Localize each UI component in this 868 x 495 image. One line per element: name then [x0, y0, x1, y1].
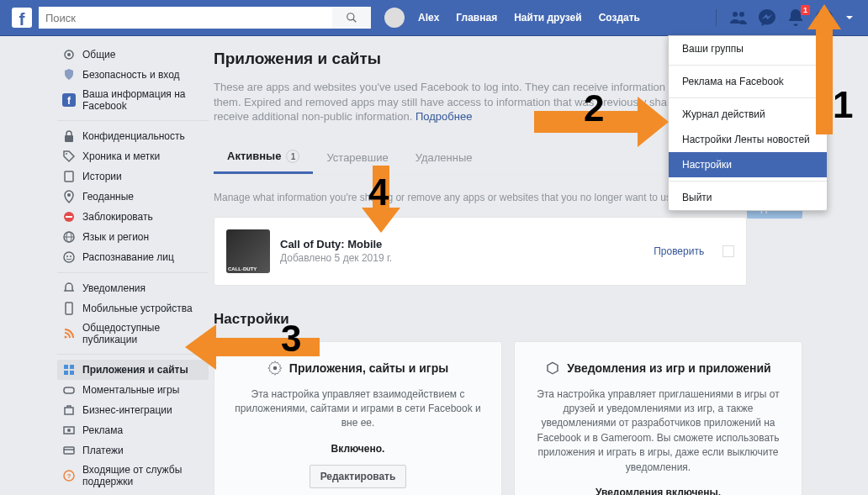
sidebar-item-label: Заблокировать [82, 211, 153, 223]
gear-icon [62, 48, 76, 61]
svg-rect-25 [70, 371, 74, 375]
top-header: f Alex Главная Найти друзей Создать 1 ? [0, 0, 868, 36]
search-button[interactable] [332, 7, 371, 29]
sidebar-item-game[interactable]: Моментальные игры [57, 380, 209, 400]
learn-more-link[interactable]: Подробнее [415, 110, 472, 123]
sidebar-item-fb[interactable]: fВаша информация на Facebook [57, 85, 209, 115]
sidebar-item-help[interactable]: ?Входящие от службы поддержки [57, 461, 209, 491]
svg-point-29 [67, 429, 71, 432]
sidebar-item-label: Безопасность и вход [82, 69, 180, 81]
search-icon [346, 12, 357, 24]
sidebar-item-block[interactable]: Заблокировать [57, 207, 209, 227]
help-icon: ? [62, 469, 76, 482]
facebook-logo-icon[interactable]: f [12, 8, 32, 28]
bell-icon [62, 282, 76, 295]
svg-point-18 [66, 255, 68, 257]
biz-icon [62, 403, 76, 417]
sidebar-item-label: Мобильные устройства [82, 303, 193, 314]
sidebar-item-label: Бизнес-интеграции [82, 404, 172, 416]
app-info: Call of Duty: Mobile Добавлено 5 дек 201… [280, 238, 392, 264]
svg-rect-26 [64, 387, 74, 393]
sidebar-item-bell[interactable]: Уведомления [57, 278, 209, 298]
edit-button[interactable]: Редактировать [310, 465, 407, 488]
svg-point-5 [67, 53, 71, 56]
sidebar-item-label: Хроника и метки [82, 150, 160, 162]
sidebar-item-globe[interactable]: Язык и регион [57, 227, 209, 247]
annotation-num-2: 2 [584, 87, 604, 129]
tag-icon [62, 150, 76, 163]
sidebar-item-face[interactable]: Распознавание лиц [57, 247, 209, 267]
sidebar-item-label: Реклама [82, 424, 123, 436]
lock-icon [62, 129, 76, 143]
sidebar-item-label: Распознавание лиц [82, 251, 174, 263]
sidebar-item-ad[interactable]: Реклама [57, 420, 209, 440]
dd-settings[interactable]: Настройки [669, 152, 827, 177]
sidebar-item-pin[interactable]: Геоданные [57, 187, 209, 207]
card-icon [62, 444, 76, 457]
nav-create[interactable]: Создать [590, 0, 648, 36]
apps-icon [62, 363, 76, 377]
svg-point-17 [64, 252, 74, 262]
sidebar-item-card[interactable]: Платежи [57, 440, 209, 461]
sidebar-item-tag[interactable]: Хроника и метки [57, 146, 209, 166]
tab-removed[interactable]: Удаленные [402, 143, 486, 172]
fb-icon: f [62, 93, 76, 107]
tab-active[interactable]: Активные 1 [214, 141, 313, 174]
svg-text:?: ? [67, 472, 71, 480]
svg-point-9 [66, 153, 67, 155]
annotation-num-1: 1 [833, 84, 853, 126]
block-icon [62, 210, 76, 224]
face-icon [62, 250, 76, 264]
nav-home[interactable]: Главная [447, 0, 505, 36]
app-checkbox[interactable] [722, 245, 734, 257]
pin-icon [62, 190, 76, 203]
svg-line-1 [353, 19, 357, 23]
svg-point-0 [347, 13, 354, 20]
annotation-num-3: 3 [281, 318, 301, 360]
sidebar-item-label: Ваша информация на Facebook [82, 88, 204, 112]
sidebar-item-label: Уведомления [82, 282, 146, 294]
sidebar-item-label: Истории [82, 171, 122, 182]
nav-links: Alex Главная Найти друзей Создать [384, 0, 648, 36]
card-apps-status: Включено. [230, 443, 486, 455]
sidebar-item-gear[interactable]: Общие [57, 45, 209, 65]
app-card[interactable]: Call of Duty: Mobile Добавлено 5 дек 201… [214, 217, 747, 286]
sidebar-item-label: Геоданные [82, 191, 134, 203]
messenger-icon[interactable] [757, 8, 777, 28]
card-notif-title: Уведомления из игр и приложений [530, 361, 786, 376]
svg-point-19 [70, 255, 71, 257]
sidebar-item-lock[interactable]: Конфиденциальность [57, 126, 209, 146]
nav-profile[interactable]: Alex [410, 0, 447, 36]
svg-rect-27 [65, 408, 73, 414]
svg-rect-8 [65, 135, 73, 142]
sidebar-item-shield[interactable]: Безопасность и вход [57, 65, 209, 85]
globe-icon [62, 230, 76, 244]
dd-logout[interactable]: Выйти [669, 185, 827, 210]
friends-icon[interactable] [728, 8, 749, 28]
card-notif-status: Уведомления включены. [530, 487, 786, 495]
app-added-date: Добавлено 5 дек 2019 г. [280, 252, 392, 264]
mobile-icon [62, 302, 76, 315]
svg-rect-22 [64, 365, 68, 369]
sidebar-item-book[interactable]: Истории [57, 166, 209, 187]
sidebar-item-mobile[interactable]: Мобильные устройства [57, 298, 209, 319]
sidebar-item-label: Приложения и сайты [82, 364, 188, 376]
annotation-arrow-3 [181, 318, 324, 377]
search-wrap [39, 7, 371, 29]
book-icon [62, 170, 76, 183]
svg-point-11 [67, 193, 71, 197]
nav-find-friends[interactable]: Найти друзей [505, 0, 590, 36]
sidebar-item-video[interactable]: Видео [57, 491, 209, 495]
rss-icon [62, 327, 76, 340]
sidebar-item-label: Конфиденциальность [82, 130, 185, 142]
card-notif: Уведомления из игр и приложений Эта наст… [514, 341, 802, 495]
sidebar-item-label: Входящие от службы поддержки [82, 464, 204, 487]
avatar[interactable] [384, 8, 405, 28]
search-input[interactable] [39, 7, 332, 29]
app-check-link[interactable]: Проверить [654, 245, 704, 257]
sidebar: ОбщиеБезопасность и входfВаша информация… [57, 45, 209, 495]
svg-rect-13 [66, 216, 72, 218]
sidebar-item-biz[interactable]: Бизнес-интеграции [57, 400, 209, 420]
svg-point-21 [65, 336, 67, 339]
card-notif-desc: Эта настройка управляет приглашениями в … [530, 387, 786, 475]
